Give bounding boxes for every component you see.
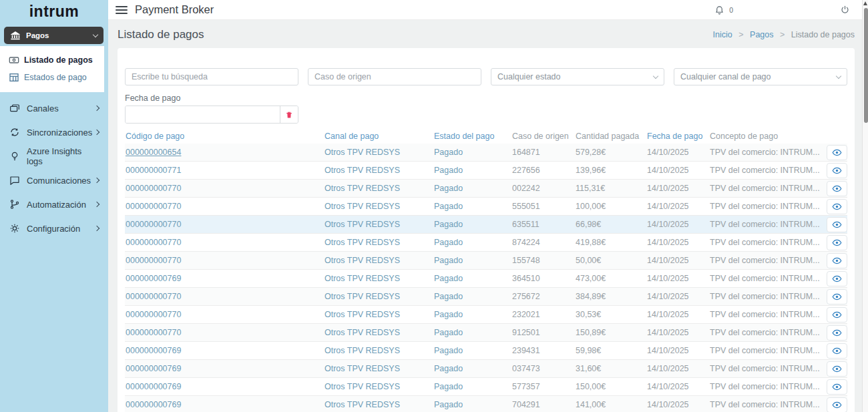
payment-concept: TPV del comercio: INTRUM... [710, 328, 822, 337]
table-header: Código de pago Canal de pago Estado del … [125, 129, 847, 144]
payment-concept: TPV del comercio: INTRUM... [710, 220, 822, 229]
payment-date: 14/10/2025 [647, 346, 710, 355]
breadcrumb: Inicio > Pagos > Listado de pagos [713, 30, 855, 39]
payment-concept: TPV del comercio: INTRUM... [710, 202, 822, 211]
search-input[interactable] [125, 68, 298, 85]
column-canal-de-pago[interactable]: Canal de pago [324, 132, 434, 141]
payment-code-link[interactable]: 000000000770 [126, 256, 181, 265]
view-payment-button[interactable] [827, 235, 847, 250]
logout-power-button[interactable] [840, 5, 850, 15]
payment-status: Pagado [434, 400, 512, 409]
payment-code-link[interactable]: 000000000771 [126, 166, 181, 175]
table-row: 000000000770 Otros TPV REDSYS Pagado 275… [125, 288, 847, 306]
amount-paid: 139,96€ [576, 166, 647, 175]
sidebar-item-listado-de-pagos[interactable]: Listado de pagos [0, 51, 104, 69]
sidebar-item-estados-de-pago[interactable]: Estados de pago [0, 69, 104, 86]
table-row: 000000000769 Otros TPV REDSYS Pagado 364… [125, 270, 847, 288]
column-codigo-de-pago[interactable]: Código de pago [125, 132, 324, 141]
scrollbar-thumb[interactable] [864, 8, 868, 123]
payment-status: Pagado [434, 220, 512, 229]
amount-paid: 150,00€ [576, 382, 647, 391]
payment-code-link[interactable]: 000000000769 [126, 274, 181, 283]
payment-code-link[interactable]: 000000000770 [126, 292, 181, 301]
payment-status: Pagado [434, 202, 512, 211]
clear-date-button[interactable] [280, 106, 298, 123]
amount-paid: 419,88€ [576, 238, 647, 247]
view-payment-button[interactable] [827, 145, 847, 160]
payment-code-link[interactable]: 000000000654 [126, 148, 181, 157]
payment-channel: Otros TPV REDSYS [324, 202, 434, 211]
view-payment-button[interactable] [827, 289, 847, 304]
payment-code-link[interactable]: 000000000769 [126, 346, 181, 355]
payment-code-link[interactable]: 000000000770 [126, 220, 181, 229]
payment-channel: Otros TPV REDSYS [324, 238, 434, 247]
card-icon [9, 103, 20, 114]
breadcrumb-separator: > [780, 30, 785, 39]
table-row: 000000000770 Otros TPV REDSYS Pagado 555… [125, 198, 847, 216]
view-payment-button[interactable] [827, 253, 847, 268]
view-payment-button[interactable] [827, 397, 847, 412]
intrum-logo[interactable]: intrum [0, 0, 108, 21]
canal-select-value: Cualquier canal de pago [680, 72, 837, 81]
eye-icon [832, 148, 842, 158]
eye-icon [832, 364, 842, 374]
view-payment-button[interactable] [827, 199, 847, 214]
fecha-de-pago-input[interactable] [126, 106, 280, 123]
amount-paid: 30,53€ [576, 310, 647, 319]
eye-icon [832, 292, 842, 302]
eye-icon [832, 202, 842, 212]
amount-paid: 579,28€ [576, 148, 647, 157]
origin-case: 164871 [512, 148, 576, 157]
breadcrumb-inicio[interactable]: Inicio [713, 30, 732, 39]
payment-concept: TPV del comercio: INTRUM... [710, 382, 822, 391]
payment-code-link[interactable]: 000000000770 [126, 184, 181, 193]
origin-case: 704291 [512, 400, 576, 409]
menu-icon[interactable] [116, 4, 128, 16]
origin-case: 227656 [512, 166, 576, 175]
payment-channel: Otros TPV REDSYS [324, 346, 434, 355]
sidebar-item-canales[interactable]: Canales [0, 96, 108, 120]
chevron-right-icon [94, 178, 99, 183]
eye-icon [832, 238, 842, 248]
table-body: 000000000654 Otros TPV REDSYS Pagado 164… [125, 144, 847, 412]
estado-select[interactable]: Cualquier estado [491, 68, 664, 85]
scrollbar-up-arrow[interactable] [863, 1, 867, 5]
view-payment-button[interactable] [827, 181, 847, 196]
view-payment-button[interactable] [827, 163, 847, 178]
trash-icon [285, 111, 293, 119]
sidebar-item-automatizacion[interactable]: Automatización [0, 192, 108, 216]
sidebar-item-azure-insights-logs[interactable]: Azure Insights logs [0, 144, 108, 168]
column-estado-del-pago[interactable]: Estado del pago [434, 132, 512, 141]
view-payment-button[interactable] [827, 217, 847, 232]
sidebar-item-configuracion[interactable]: Configuración [0, 216, 108, 240]
origin-case: 874224 [512, 238, 576, 247]
table-row: 000000000771 Otros TPV REDSYS Pagado 227… [125, 162, 847, 180]
eye-icon [832, 382, 842, 392]
amount-paid: 473,00€ [576, 274, 647, 283]
view-payment-button[interactable] [827, 325, 847, 341]
table-row: 000000000770 Otros TPV REDSYS Pagado 232… [125, 306, 847, 324]
caso-origen-input[interactable] [308, 68, 481, 85]
payment-code-link[interactable]: 000000000769 [126, 400, 181, 409]
column-fecha-de-pago[interactable]: Fecha de pago [647, 132, 710, 141]
canal-select[interactable]: Cualquier canal de pago [674, 68, 847, 85]
sidebar-group-pagos[interactable]: Pagos [4, 27, 103, 44]
view-payment-button[interactable] [827, 307, 847, 323]
sidebar-item-sincronizaciones[interactable]: Sincronizaciones [0, 120, 108, 144]
sidebar-item-label: Configuración [27, 224, 95, 234]
view-payment-button[interactable] [827, 361, 847, 377]
payment-code-link[interactable]: 000000000770 [126, 202, 181, 211]
payment-concept: TPV del comercio: INTRUM... [710, 148, 822, 157]
payment-code-link[interactable]: 000000000769 [126, 382, 181, 391]
payment-code-link[interactable]: 000000000770 [126, 310, 181, 319]
view-payment-button[interactable] [827, 343, 847, 359]
payment-date: 14/10/2025 [647, 184, 710, 193]
view-payment-button[interactable] [827, 271, 847, 286]
sidebar-item-comunicaciones[interactable]: Comunicaciones [0, 168, 108, 192]
view-payment-button[interactable] [827, 379, 847, 395]
payment-code-link[interactable]: 000000000770 [126, 238, 181, 247]
payment-code-link[interactable]: 000000000769 [126, 364, 181, 373]
payment-code-link[interactable]: 000000000770 [126, 328, 181, 337]
breadcrumb-pagos[interactable]: Pagos [750, 30, 773, 39]
notifications-bell[interactable]: 0 [714, 5, 733, 15]
